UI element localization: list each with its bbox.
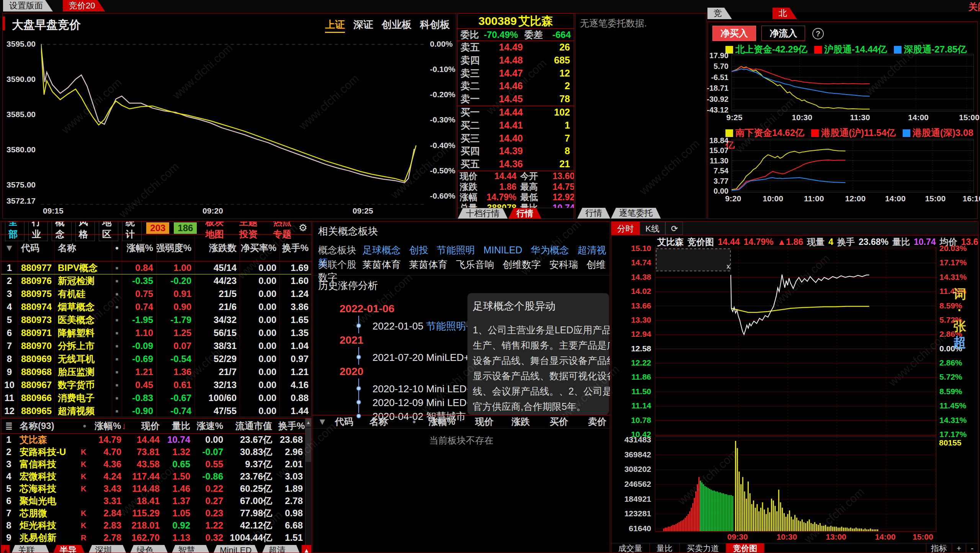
x-tick[interactable]: 9:25 (726, 113, 742, 122)
concept-link-华为概念[interactable]: 华为概念 (531, 245, 569, 255)
stock-name[interactable]: 艾比森 (16, 434, 78, 446)
x-tick[interactable]: 10:00 (763, 194, 783, 203)
table-row[interactable]: 10880967数字货币▪0.450.6132/130.004.16 (1, 378, 311, 392)
minute-tab-K线[interactable]: K线 (640, 222, 665, 235)
stock-tab-超清视频[interactable]: 超清视频 (260, 545, 302, 553)
x-tick[interactable]: 12:00 (845, 194, 866, 203)
stock-tab-智慧城市[interactable]: 智慧城市 (170, 545, 212, 553)
col-header[interactable]: 名称(93) (16, 420, 78, 432)
stock-name[interactable]: 芯海科技 (16, 483, 78, 495)
col-header[interactable]: 涨跌 (497, 416, 533, 428)
vol-tab-成交量[interactable]: 成交量 (611, 543, 650, 553)
table-row[interactable]: 2安路科技-UK4.7073.811.32-0.0730.83亿2.96 (1, 446, 306, 458)
table-row[interactable]: 8880969无线耳机▪-0.69-0.5452/290.000.97 (1, 352, 311, 365)
stock-name[interactable]: 宏微科技 (16, 470, 78, 483)
col-header[interactable]: 换手% (275, 420, 306, 432)
table-row[interactable]: 11880966消费电子▪-0.83-0.67100/600.000.88 (1, 392, 311, 405)
stock-code[interactable]: 880974 (18, 300, 55, 313)
stock-tab-半导体[interactable]: 半导体 (51, 545, 87, 553)
sector-name[interactable]: 降解塑料 (55, 326, 112, 339)
related-stock-安科瑞[interactable]: 安科瑞 (549, 259, 578, 270)
sector-name[interactable]: BIPV概念 (55, 261, 112, 274)
x-tick[interactable]: 9:20 (725, 194, 741, 203)
sector-name[interactable]: 消费电子 (55, 392, 112, 405)
x-tick[interactable]: 11:30 (850, 113, 870, 122)
col-header[interactable]: 强弱度% (157, 235, 195, 261)
x-tick[interactable]: 10:30 (792, 113, 812, 122)
vol-tab-量比[interactable]: 量比 (650, 543, 680, 553)
stock-name[interactable]: 安路科技-U (16, 446, 78, 458)
stock-tab-深圳板块[interactable]: 深圳板块 (87, 545, 128, 553)
table-row[interactable]: 3880975有机硅▪0.750.9121/50.001.24 (1, 287, 311, 300)
stock-code[interactable]: 880971 (18, 326, 55, 339)
table-row[interactable]: 9兆易创新R2.78162.701.130.321004.44亿1.51 (1, 532, 306, 544)
col-header[interactable]: 涨幅% (420, 416, 458, 428)
table-row[interactable]: 12880965超清视频▪-0.90-0.7447/550.001.44 (1, 405, 311, 417)
concept-link-MINILED[interactable]: MINILED (483, 245, 522, 255)
sector-name[interactable]: 新冠检测 (55, 274, 112, 287)
gear-icon[interactable]: ⚙ (299, 222, 307, 234)
col-header[interactable]: ▼ (313, 416, 332, 427)
stock-name[interactable]: 炬光科技 (16, 519, 78, 532)
stock-name[interactable]: 兆易创新 (16, 532, 78, 544)
window-tab[interactable]: 竞价20 (63, 0, 105, 11)
table-row[interactable]: 1880977BIPV概念▪0.841.0045/140.001.69 (1, 261, 311, 274)
stock-code[interactable]: 880975 (18, 287, 55, 300)
col-header[interactable]: • (408, 416, 420, 427)
col-header[interactable]: 现价 (458, 416, 497, 428)
minute-tab-分时[interactable]: 分时 (611, 222, 640, 235)
col-header[interactable]: 代码 (18, 235, 55, 261)
col-header[interactable]: 涨幅% (122, 235, 157, 261)
refresh-icon[interactable]: ⟳ (665, 222, 683, 235)
x-tick[interactable]: 15:00 (959, 113, 980, 122)
col-header[interactable]: 涨跌数 (195, 235, 240, 261)
col-header[interactable]: • (78, 421, 91, 431)
x-tick[interactable]: 11:00 (804, 194, 824, 203)
table-row[interactable]: 1艾比森14.7914.4410.740.0023.67亿23.68 (1, 434, 306, 446)
related-stock-莱茵体育[interactable]: 莱茵体育 (409, 259, 448, 270)
indicator-button[interactable]: 指标 (926, 543, 952, 553)
col-header[interactable]: 名称 (55, 235, 112, 261)
table-row[interactable]: 4宏微科技K4.24117.441.50-0.8623.76亿3.03 (1, 470, 306, 483)
sector-name[interactable]: 胎压监测 (55, 365, 112, 378)
table-row[interactable]: 9880968胎压监测▪1.211.3621/70.001.21 (1, 365, 311, 378)
concept-link-节能照明[interactable]: 节能照明 (437, 245, 475, 255)
col-header[interactable]: 代码 (332, 416, 366, 428)
stock-name[interactable]: 芯朋微 (16, 507, 78, 519)
table-row[interactable]: 6聚灿光电3.3118.411.370.2767.00亿2.78 (1, 495, 306, 507)
related-stock-飞乐音响[interactable]: 飞乐音响 (456, 259, 494, 270)
sector-name[interactable]: 有机硅 (55, 287, 112, 300)
col-header[interactable]: 名称 (366, 416, 408, 428)
scroll-up-icon[interactable]: ▲ (305, 418, 311, 427)
stock-code[interactable]: 880970 (18, 339, 55, 352)
sector-name[interactable]: 无线耳机 (55, 352, 112, 365)
sector-name[interactable]: 分拆上市 (55, 339, 112, 352)
index-tab-上证[interactable]: 上证 (325, 19, 345, 33)
col-header[interactable]: ▼ (1, 235, 18, 261)
col-header[interactable]: 流通市值 (226, 420, 275, 432)
col-header[interactable]: 净买率% (240, 235, 280, 261)
index-tab-深证[interactable]: 深证 (353, 19, 373, 30)
expand-button[interactable]: ▲ (302, 545, 311, 553)
sector-name[interactable]: 医美概念 (55, 313, 112, 326)
stock-tab-绿色照明[interactable]: 绿色照明 (128, 545, 170, 553)
col-header[interactable]: 卖价 (571, 416, 609, 428)
x-tick[interactable]: 14:00 (885, 194, 906, 203)
col-header[interactable]: • (112, 235, 122, 261)
quote-tab-十档行情[interactable]: 十档行情 (457, 208, 508, 219)
stock-code[interactable]: 880969 (18, 352, 55, 365)
sector-name[interactable]: 数字货币 (55, 378, 112, 392)
col-header[interactable]: 涨速% (193, 420, 226, 432)
help-icon[interactable]: ? (812, 28, 824, 39)
scrollbar[interactable]: ▲ (305, 418, 311, 553)
quote-tab-行情[interactable]: 行情 (508, 208, 542, 219)
stock-code[interactable]: 880976 (18, 274, 55, 287)
nb-tab-竞价看点[interactable]: 竞价看点 (707, 8, 732, 19)
stock-code[interactable]: 880966 (18, 392, 55, 405)
col-header[interactable]: 买价 (533, 416, 571, 428)
list-icon[interactable]: ≣ (1, 421, 16, 431)
net-inflow-button[interactable]: 净流入 (761, 26, 805, 41)
table-row[interactable]: 3富信科技K4.3643.580.650.559.37亿2.01 (1, 458, 306, 470)
scroll-thumb[interactable] (305, 427, 311, 462)
vol-tab-竞价图[interactable]: 竞价图 (726, 543, 764, 553)
